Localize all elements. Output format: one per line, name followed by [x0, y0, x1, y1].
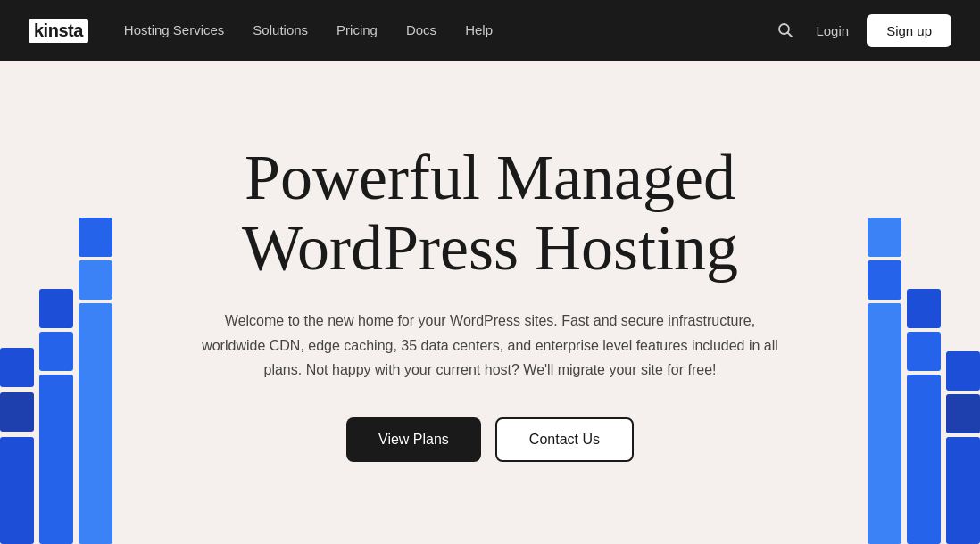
hero-buttons: View Plans Contact Us [346, 417, 634, 462]
navbar: kinsta Hosting Services Solutions Pricin… [0, 0, 980, 61]
hero-subtitle: Welcome to the new home for your WordPre… [195, 309, 785, 382]
nav-link-solutions[interactable]: Solutions [253, 22, 308, 37]
svg-rect-17 [907, 289, 941, 328]
svg-rect-2 [0, 437, 34, 544]
nav-link-pricing[interactable]: Pricing [336, 22, 378, 37]
nav-item-docs[interactable]: Docs [406, 22, 436, 38]
svg-rect-16 [907, 332, 941, 371]
svg-rect-6 [0, 348, 34, 387]
hero-title: Powerful Managed WordPress Hosting [242, 143, 738, 284]
cubes-right-decoration [864, 161, 980, 544]
svg-rect-15 [868, 218, 901, 257]
svg-rect-5 [0, 392, 34, 432]
view-plans-button[interactable]: View Plans [346, 417, 481, 462]
navbar-right: Login Sign up [773, 14, 951, 47]
svg-rect-11 [868, 303, 901, 544]
logo: kinsta [29, 19, 88, 43]
search-button[interactable] [773, 18, 798, 43]
svg-rect-4 [79, 303, 112, 544]
svg-rect-3 [39, 375, 73, 544]
nav-item-solutions[interactable]: Solutions [253, 22, 308, 38]
hero-section: Powerful Managed WordPress Hosting Welco… [0, 61, 980, 544]
nav-item-pricing[interactable]: Pricing [336, 22, 378, 38]
navbar-left: kinsta Hosting Services Solutions Pricin… [29, 19, 493, 43]
cubes-left-decoration [0, 161, 116, 544]
nav-item-hosting[interactable]: Hosting Services [124, 22, 225, 38]
svg-rect-12 [907, 375, 941, 544]
nav-link-hosting[interactable]: Hosting Services [124, 22, 225, 37]
search-icon [777, 21, 794, 39]
nav-link-help[interactable]: Help [465, 22, 493, 37]
svg-rect-7 [39, 332, 73, 371]
svg-rect-18 [946, 394, 980, 433]
nav-link-docs[interactable]: Docs [406, 22, 436, 37]
svg-rect-10 [79, 218, 112, 257]
nav-links: Hosting Services Solutions Pricing Docs … [124, 22, 493, 38]
svg-rect-13 [946, 437, 980, 544]
svg-rect-14 [868, 260, 901, 300]
hero-title-line2: WordPress Hosting [242, 212, 738, 284]
hero-title-line1: Powerful Managed [245, 142, 735, 213]
svg-line-1 [788, 33, 793, 37]
signup-button[interactable]: Sign up [867, 14, 951, 47]
svg-rect-19 [946, 351, 980, 391]
svg-rect-9 [79, 260, 112, 300]
contact-us-button[interactable]: Contact Us [495, 417, 634, 462]
login-button[interactable]: Login [816, 23, 849, 38]
nav-item-help[interactable]: Help [465, 22, 493, 38]
logo-text: kinsta [29, 19, 88, 43]
svg-rect-8 [39, 289, 73, 328]
